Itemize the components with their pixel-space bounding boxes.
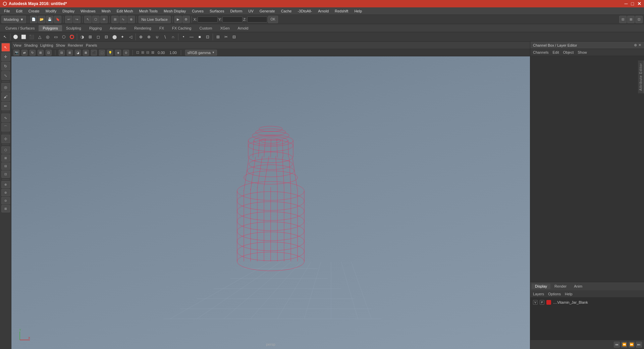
cv-curve-button[interactable]: ∿ [1,113,10,122]
tab-xgen[interactable]: XGen [216,25,233,31]
layer-visibility-toggle[interactable]: V [533,300,538,305]
select-tool-side-button[interactable]: ↖ [1,43,10,52]
bevel-icon[interactable]: ◻ [95,33,102,41]
new-file-button[interactable]: 📄 [30,16,37,23]
menu-edit[interactable]: Edit [13,8,25,14]
cut-uv-icon[interactable]: ✂ [222,33,230,41]
layout-button-1[interactable]: ⊟ [619,16,627,23]
show-manip-button[interactable]: ☩ [1,135,10,143]
lights-toggle-icon[interactable]: 💡 [107,50,113,56]
select-vert-icon[interactable]: • [180,33,187,41]
layer-prev-button[interactable]: ⏪ [621,342,627,348]
close-button[interactable]: ✕ [637,1,641,6]
layer-end-button[interactable]: ⏭ [636,342,642,348]
menu-mesh-display[interactable]: Mesh Display [161,8,189,14]
object-menu[interactable]: Object [563,50,574,54]
cube-icon[interactable]: ⬜ [20,33,27,41]
scale-tool-side-button[interactable]: ⤡ [1,71,10,80]
separate-icon[interactable]: ⊗ [145,33,153,41]
layer-next-button[interactable]: ⏩ [629,342,635,348]
viewport-canvas[interactable]: .jar-wire { stroke: #e8305a; stroke-widt… [11,56,530,349]
channel-box-close-icon[interactable]: ✕ [638,43,641,47]
layer-color-swatch[interactable] [546,300,551,305]
hud-toggle-icon[interactable]: ◪ [75,50,81,56]
anim-layer-button[interactable]: ⊝ [1,197,10,204]
tab-custom[interactable]: Custom [196,25,216,31]
tab-display[interactable]: Display [532,284,550,289]
help-option[interactable]: Help [565,292,573,296]
channels-menu[interactable]: Channels [533,50,548,54]
combine-icon[interactable]: ⊕ [137,33,145,41]
rotate-tool-side-button[interactable]: ↻ [1,62,10,70]
artisan-button[interactable]: ✏ [1,102,10,110]
tab-polygons[interactable]: Polygons [39,25,62,31]
render-layer-button[interactable]: ⊜ [1,189,10,196]
sync-cameras-icon[interactable]: ⇄ [21,50,28,56]
cylinder-icon[interactable]: ⬛ [28,33,35,41]
snap-grid-button[interactable]: ⊞ [111,16,119,23]
texture-toggle-icon[interactable]: ⬚ [99,50,105,56]
tab-curves-surfaces[interactable]: Curves / Surfaces [1,25,39,31]
layers-option[interactable]: Layers [533,292,544,296]
live-surface-button[interactable]: No Live Surface [139,16,171,23]
tumble-icon[interactable]: ↻ [30,50,36,56]
render-settings-button[interactable]: ⚙ [182,16,190,23]
menu-curves[interactable]: Curves [189,8,206,14]
snap-point-button[interactable]: ⊕ [127,16,135,23]
bool-diff-icon[interactable]: ∖ [161,33,169,41]
vp-menu-renderer[interactable]: Renderer [68,43,83,47]
render-view-button[interactable]: ⊟ [1,162,10,170]
show-menu[interactable]: Show [578,50,587,54]
wire-toggle-icon[interactable]: ⊠ [83,50,89,56]
attribute-editor-tab[interactable]: Attribute Editor [638,60,644,93]
gamma-dropdown[interactable]: sRGB gamma ▼ [185,50,217,56]
menu-generate[interactable]: Generate [257,8,278,14]
mode-dropdown[interactable]: Modeling ▼ [1,16,26,23]
menu-deform[interactable]: Deform [227,8,245,14]
menu-create[interactable]: Create [26,8,42,14]
render-region-button[interactable]: ⬡ [1,146,10,154]
display-layer-button[interactable]: ⊛ [1,181,10,188]
minimize-button[interactable]: ─ [625,1,628,6]
vp-menu-lighting[interactable]: Lighting [40,43,53,47]
disk-icon[interactable]: ⬡ [60,33,67,41]
undo-button[interactable]: ↩ [65,16,72,23]
menu-windows[interactable]: Windows [78,8,98,14]
render-globals-button[interactable]: ⊡ [1,170,10,178]
move-tool-side-button[interactable]: ✛ [1,52,10,61]
tab-anim[interactable]: Anim [571,284,586,289]
coord-x-field[interactable] [198,16,218,22]
save-as-button[interactable]: 🔖 [54,16,61,23]
options-option[interactable]: Options [548,292,561,296]
tab-render[interactable]: Render [551,284,570,289]
bridge-icon[interactable]: ⊟ [103,33,110,41]
poke-icon[interactable]: ✦ [119,33,126,41]
coord-z-field[interactable] [247,16,267,22]
maximize-button[interactable]: □ [631,1,634,6]
unfold-icon[interactable]: ⊞ [214,33,222,41]
smooth-icon[interactable]: ◑ [78,33,86,41]
menu-file[interactable]: File [1,8,13,14]
menu-cache[interactable]: Cache [278,8,294,14]
cone-icon[interactable]: △ [36,33,43,41]
tab-fx-caching[interactable]: FX Caching [168,25,195,31]
vp-menu-show[interactable]: Show [56,43,65,47]
torus-icon[interactable]: ◎ [44,33,51,41]
ep-curve-button[interactable]: ⌒ [1,123,10,132]
tab-rendering[interactable]: Rendering [130,25,155,31]
vp-menu-shading[interactable]: Shading [24,43,38,47]
layout-uv-icon[interactable]: ⊟ [230,33,238,41]
redo-button[interactable]: ↪ [73,16,80,23]
bool-inter-icon[interactable]: ∩ [169,33,177,41]
move-tool-button[interactable]: ✛ [100,16,108,23]
menu-redshift[interactable]: Redshift [332,8,351,14]
isolate-icon[interactable]: ⊙ [123,50,129,56]
frame-sel-icon[interactable]: ⊡ [46,50,52,56]
select-uvs-icon[interactable]: ⊡ [204,33,211,41]
menu-uv[interactable]: UV [246,8,256,14]
blend-shape-button[interactable]: ⊞ [1,205,10,212]
tab-arnold[interactable]: Arnold [234,25,253,31]
ipr-render-button[interactable]: ⊞ [1,154,10,162]
wedge-icon[interactable]: ◁ [127,33,134,41]
vp-menu-view[interactable]: View [13,43,21,47]
